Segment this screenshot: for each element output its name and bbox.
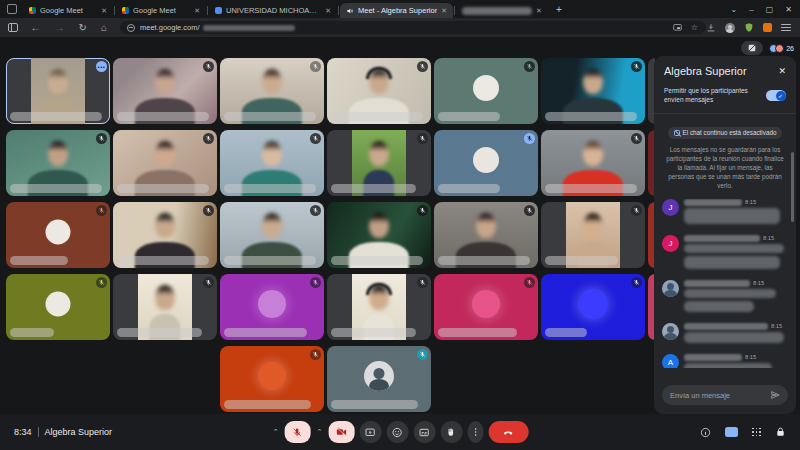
audio-avatar: [473, 75, 499, 101]
participant-tile[interactable]: [434, 130, 538, 196]
back-button[interactable]: ←: [31, 22, 41, 33]
forward-button[interactable]: →: [55, 22, 65, 33]
message-text-blurred: [684, 332, 784, 343]
participant-tile[interactable]: [327, 346, 431, 412]
participant-tile[interactable]: [327, 58, 431, 124]
participant-tile[interactable]: [541, 130, 645, 196]
browser-profile-avatar[interactable]: [725, 23, 735, 33]
meeting-details-icon[interactable]: [700, 427, 711, 438]
message-avatar: [662, 323, 679, 340]
reactions-button[interactable]: [386, 421, 408, 443]
self-video-tile[interactable]: •••: [6, 58, 110, 124]
participant-name-blurred: [331, 184, 416, 193]
participant-tile[interactable]: [541, 274, 645, 340]
participant-tile[interactable]: [327, 130, 431, 196]
browser-tab[interactable]: UNIVERSIDAD MICHOACANA D✕: [209, 3, 337, 18]
camera-off-button[interactable]: [328, 421, 354, 443]
participant-tile[interactable]: [541, 58, 645, 124]
mic-off-icon: [98, 135, 105, 142]
chat-close-icon[interactable]: ✕: [778, 66, 786, 76]
browser-tab[interactable]: ✕: [456, 3, 548, 18]
tab-title: UNIVERSIDAD MICHOACANA D: [226, 6, 321, 15]
camera-options-chevron[interactable]: ⌃: [316, 428, 324, 436]
participant-tile[interactable]: [220, 202, 324, 268]
participant-tile[interactable]: [434, 202, 538, 268]
browser-tab[interactable]: Meet - Algebra Superior✕: [340, 3, 453, 18]
chat-message-list[interactable]: J8:15J8:158:158:15A8:15R8:158:15: [654, 199, 796, 368]
site-info-icon[interactable]: [127, 24, 135, 32]
tab-audio-icon[interactable]: [346, 7, 354, 15]
mic-status-badge: [631, 277, 642, 288]
tab-search-icon[interactable]: [7, 4, 17, 14]
mic-status-badge: [417, 349, 428, 360]
reload-button[interactable]: ↻: [79, 22, 87, 33]
participants-count[interactable]: 26: [769, 44, 794, 53]
allow-messages-toggle[interactable]: ✓: [766, 90, 786, 101]
side-panel-icon[interactable]: [8, 23, 18, 32]
tab-close-icon[interactable]: ✕: [441, 7, 447, 15]
activities-icon[interactable]: [752, 428, 761, 437]
captions-button[interactable]: [413, 421, 435, 443]
participant-tile[interactable]: [220, 346, 324, 412]
address-bar[interactable]: meet.google.com/ ☆: [120, 21, 706, 34]
browser-tab[interactable]: Google Meet✕: [23, 3, 113, 18]
tab-close-icon[interactable]: ✕: [536, 7, 542, 15]
participant-tile[interactable]: [6, 202, 110, 268]
present-screen-button[interactable]: [359, 421, 381, 443]
browser-tab[interactable]: Google Meet✕: [116, 3, 206, 18]
window-close-button[interactable]: ✕: [785, 5, 792, 14]
downloads-icon[interactable]: [706, 23, 716, 33]
chat-message-input[interactable]: [670, 391, 770, 400]
chat-toggle-icon[interactable]: [725, 427, 738, 437]
window-minimize-button[interactable]: –: [749, 5, 753, 14]
mic-off-icon: [526, 63, 533, 70]
mic-options-chevron[interactable]: ⌃: [272, 428, 280, 436]
participant-tile[interactable]: [434, 274, 538, 340]
tile-options-badge[interactable]: •••: [96, 61, 107, 72]
leave-call-button[interactable]: [488, 421, 528, 443]
participant-tile[interactable]: [220, 274, 324, 340]
more-options-button[interactable]: [467, 421, 483, 443]
send-message-icon[interactable]: [770, 390, 780, 400]
mic-off-icon: [526, 207, 533, 214]
tab-close-icon[interactable]: ✕: [101, 7, 107, 15]
tab-close-icon[interactable]: ✕: [194, 7, 200, 15]
extension-icon[interactable]: [763, 23, 772, 32]
chat-scrollbar[interactable]: [791, 152, 794, 222]
mic-status-badge: [203, 61, 214, 72]
mic-off-icon: [205, 207, 212, 214]
participant-tile[interactable]: [113, 202, 217, 268]
participant-tile[interactable]: [220, 130, 324, 196]
home-button[interactable]: ⌂: [101, 22, 107, 33]
picture-in-picture-icon[interactable]: [673, 23, 682, 32]
participant-tile[interactable]: [6, 130, 110, 196]
participant-tile[interactable]: [327, 202, 431, 268]
effects-button[interactable]: [741, 41, 763, 55]
raise-hand-button[interactable]: [440, 421, 462, 443]
participant-name-blurred: [224, 400, 311, 409]
host-controls-lock-icon[interactable]: [775, 426, 786, 438]
participant-tile[interactable]: [541, 202, 645, 268]
participant-tile[interactable]: [113, 58, 217, 124]
audio-avatar: [472, 290, 500, 318]
new-tab-button[interactable]: +: [556, 4, 562, 15]
participant-tile[interactable]: [113, 130, 217, 196]
mic-status-badge: [524, 61, 535, 72]
bookmark-star-icon[interactable]: ☆: [691, 23, 698, 32]
participant-tile[interactable]: [327, 274, 431, 340]
mic-off-icon: [419, 135, 426, 142]
browser-menu-icon[interactable]: [781, 24, 791, 32]
microphone-muted-button[interactable]: [285, 421, 311, 443]
participant-tile[interactable]: [434, 58, 538, 124]
window-maximize-button[interactable]: ▢: [766, 5, 774, 14]
screen: { "browser": { "tabs": [ { "label": "Goo…: [0, 0, 800, 450]
participant-tile[interactable]: [6, 274, 110, 340]
mic-status-badge: [524, 277, 535, 288]
tab-list-chevron-icon[interactable]: ⌄: [731, 5, 738, 14]
privacy-shield-icon[interactable]: [744, 22, 754, 33]
participant-tile[interactable]: [220, 58, 324, 124]
participant-name-blurred: [545, 112, 637, 121]
chat-history-chip: El chat continuo está desactivado: [668, 127, 783, 139]
participant-tile[interactable]: [113, 274, 217, 340]
tab-close-icon[interactable]: ✕: [325, 7, 331, 15]
